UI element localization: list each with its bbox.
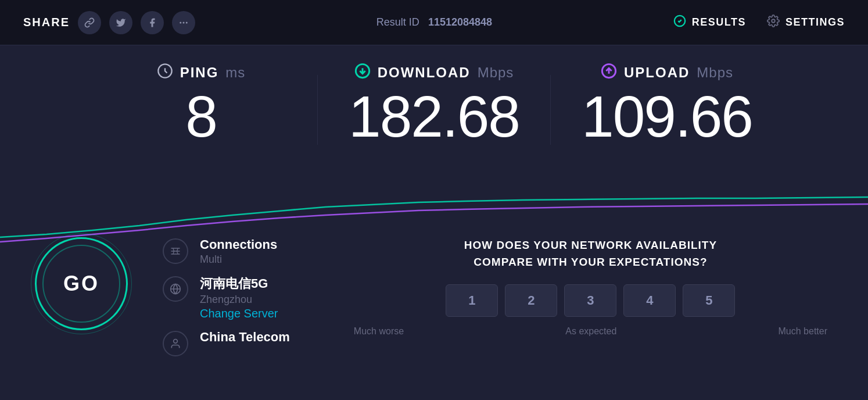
download-value: 182.68: [318, 87, 550, 145]
ping-icon: [157, 63, 173, 83]
twitter-icon[interactable]: [109, 11, 132, 34]
server-content: 河南电信5G Zhengzhou Change Server: [200, 275, 278, 320]
rating-btn-3-label: 3: [587, 293, 594, 308]
provider-name: China Telecom: [200, 330, 290, 345]
results-label: RESULTS: [692, 16, 746, 28]
change-server-link[interactable]: Change Server: [200, 307, 278, 320]
isp-name: 河南电信5G: [200, 275, 278, 292]
ping-unit: ms: [225, 65, 245, 81]
results-nav[interactable]: RESULTS: [673, 15, 746, 30]
main-content: PING ms 8 DOWNLOAD Mbps 182.68: [0, 45, 868, 400]
nav-right: RESULTS SETTINGS: [673, 15, 845, 30]
download-label: DOWNLOAD: [378, 65, 471, 81]
ping-value: 8: [85, 87, 317, 145]
rating-buttons: 1 2 3 4 5: [446, 284, 735, 317]
upload-value: 109.66: [551, 87, 783, 145]
svg-point-0: [180, 22, 181, 23]
rating-btn-2[interactable]: 2: [505, 284, 557, 317]
upload-icon: [601, 63, 617, 83]
svg-point-2: [186, 22, 188, 23]
rating-label-expected: As expected: [565, 326, 616, 337]
bottom-section: GO Connections Multi: [0, 220, 868, 400]
result-id-label: Result ID: [376, 16, 419, 28]
go-label: GO: [63, 272, 99, 296]
rating-btn-1[interactable]: 1: [446, 284, 498, 317]
download-stat: DOWNLOAD Mbps 182.68: [318, 63, 550, 145]
rating-btn-2-label: 2: [528, 293, 535, 308]
connections-title: Connections: [200, 237, 277, 252]
go-button-inner: GO: [42, 245, 120, 323]
connections-icon: [163, 238, 188, 264]
settings-icon: [767, 15, 780, 30]
globe-icon: [163, 276, 188, 302]
rating-labels: Much worse As expected Much better: [348, 326, 833, 337]
connections-row: Connections Multi: [163, 237, 290, 266]
more-share-icon[interactable]: [172, 11, 195, 34]
result-id-value: 11512084848: [428, 16, 492, 28]
download-unit: Mbps: [478, 65, 514, 81]
provider-row: China Telecom: [163, 330, 290, 356]
facebook-icon[interactable]: [141, 11, 164, 34]
upload-unit: Mbps: [697, 65, 733, 81]
rating-btn-5-label: 5: [705, 293, 712, 308]
stats-row: PING ms 8 DOWNLOAD Mbps 182.68: [0, 45, 868, 145]
copy-link-icon[interactable]: [78, 11, 101, 34]
rating-label-worse: Much worse: [354, 326, 404, 337]
isp-location: Zhengzhou: [200, 294, 278, 306]
settings-nav[interactable]: SETTINGS: [767, 15, 845, 30]
results-icon: [673, 15, 686, 30]
share-label: SHARE: [23, 16, 70, 29]
ping-label: PING: [180, 65, 219, 81]
rating-btn-4[interactable]: 4: [623, 284, 676, 317]
top-bar: SHARE Result ID 11512084848: [0, 0, 868, 45]
upload-label: UPLOAD: [624, 65, 690, 81]
go-button-wrapper: GO: [35, 237, 128, 330]
rating-btn-4-label: 4: [646, 293, 653, 308]
rating-btn-5[interactable]: 5: [683, 284, 735, 317]
rating-btn-3[interactable]: 3: [564, 284, 616, 317]
rating-btn-1-label: 1: [468, 293, 475, 308]
settings-label: SETTINGS: [785, 16, 845, 28]
share-section: SHARE: [23, 11, 195, 34]
rating-question: HOW DOES YOUR NETWORK AVAILABILITYCOMPAR…: [464, 237, 717, 270]
server-row: 河南电信5G Zhengzhou Change Server: [163, 275, 290, 320]
svg-point-1: [183, 22, 185, 23]
connections-value: Multi: [200, 253, 277, 266]
result-id: Result ID 11512084848: [376, 16, 492, 28]
rating-question-text: HOW DOES YOUR NETWORK AVAILABILITYCOMPAR…: [464, 239, 717, 268]
server-info: Connections Multi 河南电信5G Zhengzhou Chang…: [163, 231, 290, 356]
ping-stat: PING ms 8: [85, 63, 317, 145]
svg-point-9: [174, 340, 178, 344]
provider-content: China Telecom: [200, 330, 290, 345]
svg-point-4: [772, 19, 775, 23]
rating-section: HOW DOES YOUR NETWORK AVAILABILITYCOMPAR…: [348, 231, 833, 337]
rating-label-better: Much better: [779, 326, 827, 337]
download-icon: [354, 63, 371, 83]
person-icon: [163, 331, 188, 356]
connections-content: Connections Multi: [200, 237, 277, 266]
go-button[interactable]: GO: [35, 237, 128, 330]
upload-stat: UPLOAD Mbps 109.66: [551, 63, 783, 145]
